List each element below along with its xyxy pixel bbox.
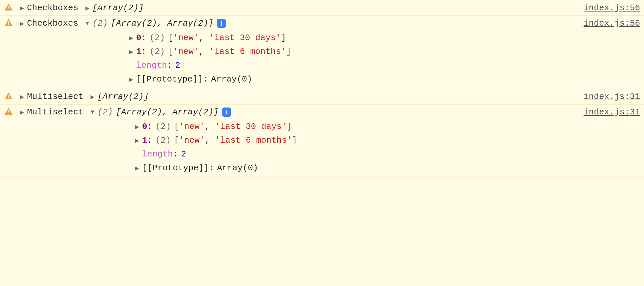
object-summary[interactable]: [Array(2), Array(2)] — [116, 107, 219, 117]
punctuation: : — [167, 60, 172, 70]
disclosure-triangle-icon[interactable]: ▶ — [19, 93, 25, 101]
prototype-property[interactable]: ▶ [[Prototype]]: Array(0) — [134, 161, 640, 175]
message-content: ▶ Checkboxes ▶ [Array(2)] index.js:56 — [19, 3, 640, 13]
disclosure-triangle-icon[interactable]: ▶ — [19, 108, 25, 116]
info-icon[interactable]: i — [222, 107, 231, 117]
disclosure-triangle-icon[interactable]: ▶ — [128, 34, 134, 42]
severity-gutter — [5, 92, 19, 99]
expanded-properties: ▶ 0: (2) ['new', 'last 30 days'] ▶ 1: (2… — [128, 31, 640, 86]
disclosure-triangle-icon[interactable]: ▶ — [128, 75, 134, 83]
prototype-property[interactable]: ▶ [[Prototype]]: Array(0) — [128, 72, 640, 86]
punctuation: , — [205, 135, 215, 145]
property-name: [[Prototype]] — [142, 163, 209, 173]
object-disclosure-icon[interactable]: ▼ — [85, 20, 90, 27]
punctuation: [ — [174, 122, 179, 131]
punctuation: : — [147, 135, 153, 145]
console-message: ▶ Checkboxes ▼ (2) [Array(2), Array(2)] … — [0, 16, 644, 89]
object-summary[interactable]: [Array(2)] — [97, 92, 149, 102]
array-item[interactable]: ▶ 1: (2) ['new', 'last 6 months'] — [134, 133, 640, 147]
length-property: ▶ length: 2 — [134, 147, 640, 161]
punctuation: [ — [168, 33, 173, 43]
punctuation: , — [199, 33, 209, 43]
message-content: ▶ Multiselect ▶ [Array(2)] index.js:31 — [19, 92, 640, 102]
property-name: length — [142, 149, 173, 159]
property-name: [[Prototype]] — [136, 74, 203, 84]
console-message: ▶ Multiselect ▶ [Array(2)] index.js:31 — [0, 89, 644, 105]
punctuation: ] — [281, 33, 286, 43]
prototype-value: Array(0) — [217, 163, 258, 173]
array-index: 0 — [136, 33, 141, 43]
warning-icon — [5, 4, 12, 11]
console-message: ▶ Checkboxes ▶ [Array(2)] index.js:56 — [0, 0, 644, 16]
object-disclosure-icon[interactable]: ▼ — [89, 109, 95, 115]
string-value: 'last 30 days' — [209, 33, 281, 43]
punctuation: [ — [174, 135, 179, 145]
array-length-indicator: (2) — [97, 107, 113, 117]
log-label: Multiselect — [27, 92, 84, 102]
punctuation: : — [173, 149, 178, 159]
warning-icon — [5, 108, 12, 115]
string-value: 'new' — [179, 135, 205, 145]
property-name: length — [136, 60, 167, 70]
length-property: ▶ length: 2 — [128, 59, 640, 72]
array-length-indicator: (2) — [150, 33, 165, 43]
disclosure-triangle-icon[interactable]: ▶ — [19, 4, 25, 12]
string-value: 'last 6 months' — [215, 135, 292, 145]
console-message: ▶ Multiselect ▼ (2) [Array(2), Array(2)]… — [0, 105, 644, 178]
disclosure-triangle-icon[interactable]: ▶ — [134, 164, 140, 172]
source-link[interactable]: index.js:56 — [583, 3, 640, 13]
array-item[interactable]: ▶ 1: (2) ['new', 'last 6 months'] — [128, 45, 640, 59]
punctuation: , — [199, 47, 209, 57]
string-value: 'new' — [173, 33, 199, 43]
punctuation: [ — [168, 47, 173, 57]
log-label: Multiselect — [27, 107, 84, 117]
string-value: 'last 6 months' — [209, 47, 286, 57]
object-summary[interactable]: [Array(2), Array(2)] — [111, 18, 213, 28]
object-summary[interactable]: [Array(2)] — [92, 3, 144, 13]
object-disclosure-icon[interactable]: ▶ — [89, 93, 95, 101]
punctuation: ] — [286, 47, 291, 57]
array-length-indicator: (2) — [156, 135, 171, 145]
severity-gutter — [5, 107, 19, 115]
array-length-indicator: (2) — [150, 47, 165, 57]
disclosure-triangle-icon[interactable]: ▶ — [134, 136, 140, 145]
warning-icon — [5, 92, 12, 99]
log-label: Checkboxes — [27, 18, 78, 28]
array-item[interactable]: ▶ 0: (2) ['new', 'last 30 days'] — [128, 31, 640, 45]
punctuation: : — [209, 163, 214, 173]
punctuation: ] — [287, 122, 292, 131]
array-length-indicator: (2) — [156, 122, 171, 131]
message-content: ▶ Checkboxes ▼ (2) [Array(2), Array(2)] … — [19, 18, 640, 86]
source-link[interactable]: index.js:56 — [583, 18, 640, 28]
array-index: 1 — [136, 47, 141, 57]
punctuation: ] — [292, 135, 297, 145]
disclosure-triangle-icon[interactable]: ▶ — [134, 123, 140, 131]
string-value: 'last 30 days' — [215, 122, 287, 131]
array-index: 1 — [142, 135, 147, 145]
info-icon[interactable]: i — [217, 19, 226, 28]
punctuation: : — [147, 122, 153, 131]
number-value: 2 — [181, 149, 186, 159]
disclosure-triangle-icon[interactable]: ▶ — [19, 19, 25, 28]
string-value: 'new' — [173, 47, 199, 57]
punctuation: : — [141, 47, 147, 57]
array-item[interactable]: ▶ 0: (2) ['new', 'last 30 days'] — [134, 120, 640, 133]
message-content: ▶ Multiselect ▼ (2) [Array(2), Array(2)]… — [19, 107, 640, 175]
log-label: Checkboxes — [27, 3, 78, 13]
severity-gutter — [5, 18, 19, 26]
array-index: 0 — [142, 122, 147, 131]
array-length-indicator: (2) — [92, 18, 108, 28]
object-disclosure-icon[interactable]: ▶ — [85, 4, 90, 12]
severity-gutter — [5, 3, 19, 11]
expanded-properties: ▶ 0: (2) ['new', 'last 30 days'] ▶ 1: (2… — [134, 120, 640, 175]
string-value: 'new' — [179, 122, 205, 131]
source-link[interactable]: index.js:31 — [583, 107, 640, 117]
disclosure-triangle-icon[interactable]: ▶ — [128, 48, 134, 56]
punctuation: : — [203, 74, 208, 84]
number-value: 2 — [175, 60, 181, 70]
punctuation: , — [205, 122, 215, 131]
warning-icon — [5, 19, 12, 26]
prototype-value: Array(0) — [211, 74, 252, 84]
source-link[interactable]: index.js:31 — [583, 92, 640, 102]
punctuation: : — [141, 33, 147, 43]
